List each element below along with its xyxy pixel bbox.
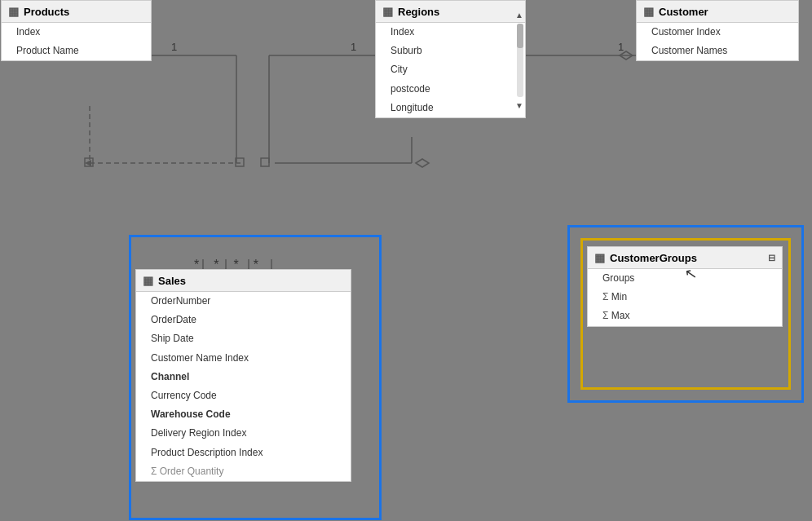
svg-rect-12 [85, 158, 93, 166]
sales-field-productdescriptionindex: Product Description Index [136, 444, 351, 462]
svg-marker-23 [416, 159, 429, 167]
customer-title: Customer [659, 6, 708, 18]
sales-field-currencycode: Currency Code [136, 386, 351, 405]
sales-field-deliveryregionindex: Delivery Region Index [136, 424, 351, 443]
svg-text:1: 1 [171, 41, 177, 53]
customergroups-field-max: Max [588, 307, 782, 325]
sales-field-ordernumber: OrderNumber [136, 292, 351, 311]
sales-field-more: Σ Order Quantity [136, 462, 351, 481]
regions-header: ▦ Regions [376, 1, 525, 23]
scroll-up-icon[interactable]: ▲ [515, 11, 523, 20]
sales-title: Sales [158, 275, 186, 287]
regions-scrollbar[interactable]: ▲ ▼ [517, 24, 523, 97]
svg-rect-14 [261, 158, 269, 166]
sales-field-customernameindex: Customer Name Index [136, 349, 351, 368]
regions-table[interactable]: ▦ Regions Index Suburb City postcode Lon… [375, 0, 526, 118]
products-field-index: Index [2, 23, 151, 42]
customer-header: ▦ Customer [637, 1, 798, 23]
svg-text:1: 1 [351, 41, 356, 53]
svg-marker-9 [620, 51, 633, 60]
regions-scrollbar-thumb [517, 24, 523, 48]
sales-field-channel: Channel [136, 368, 351, 386]
customergroups-title: CustomerGroups [610, 252, 697, 264]
scroll-down-icon[interactable]: ▼ [515, 101, 523, 110]
svg-text:1: 1 [618, 41, 624, 53]
regions-title: Regions [398, 6, 439, 18]
svg-rect-13 [236, 158, 244, 166]
customergroups-header: ▦ CustomerGroups ⊟ [588, 247, 782, 269]
regions-field-longitude: Longitude [376, 99, 525, 117]
regions-field-city: City [376, 60, 525, 79]
sales-table[interactable]: ▦ Sales OrderNumber OrderDate Ship Date … [135, 269, 351, 482]
sales-field-shipdate: Ship Date [136, 329, 351, 348]
sales-header: ▦ Sales [136, 270, 351, 292]
products-title: Products [24, 6, 69, 18]
regions-field-suburb: Suburb [376, 42, 525, 60]
customer-field-names: Customer Names [637, 42, 798, 60]
products-header: ▦ Products [2, 1, 151, 23]
table-icon-regions: ▦ [382, 5, 393, 18]
regions-field-index: Index [376, 23, 525, 42]
svg-marker-16 [85, 160, 91, 166]
customergroups-collapse-icon[interactable]: ⊟ [768, 253, 775, 263]
customergroups-field-min: Min [588, 288, 782, 307]
table-icon-products: ▦ [8, 5, 19, 18]
table-icon-customer: ▦ [643, 5, 654, 18]
sales-field-orderdate: OrderDate [136, 311, 351, 329]
table-icon-customergroups: ▦ [594, 251, 605, 264]
products-table[interactable]: ▦ Products Index Product Name [1, 0, 152, 61]
customer-field-index: Customer Index [637, 23, 798, 42]
customergroups-field-groups: Groups [588, 269, 782, 288]
table-icon-sales: ▦ [143, 274, 153, 287]
sales-field-warehousecode: Warehouse Code [136, 405, 351, 424]
customergroups-table[interactable]: ▦ CustomerGroups ⊟ Groups Min Max [587, 246, 783, 327]
products-field-productname: Product Name [2, 42, 151, 60]
regions-field-postcode: postcode [376, 80, 525, 99]
customer-table[interactable]: ▦ Customer Customer Index Customer Names [636, 0, 799, 61]
